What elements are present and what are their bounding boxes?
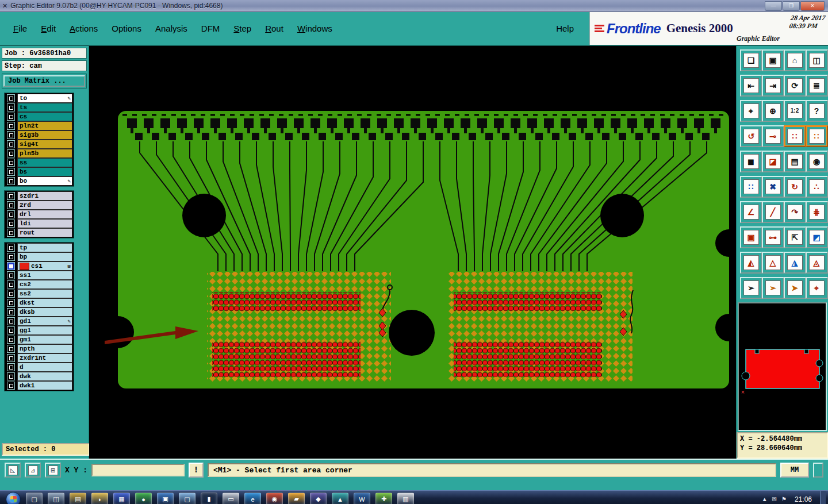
frame-clip-button[interactable]: ▣ <box>740 226 762 248</box>
xy-input[interactable] <box>91 464 185 476</box>
zoom-window-button[interactable]: ⊕ <box>762 100 784 122</box>
select-cursor-button[interactable]: ➢ <box>740 277 762 299</box>
triangle-angle-button[interactable]: ◬ <box>806 252 828 274</box>
save-screen-button[interactable]: ⌂ <box>784 49 806 71</box>
layer-checkbox[interactable] <box>7 382 15 390</box>
export-button[interactable]: ⇥ <box>762 75 784 97</box>
pinned-app-9-icon[interactable]: ▮ <box>201 493 217 504</box>
layer-checkbox[interactable] <box>7 280 15 288</box>
layer-row-gd1[interactable]: gd1✎ <box>5 317 73 326</box>
units-spinner[interactable] <box>813 463 823 478</box>
triangle-up-button[interactable]: △ <box>762 252 784 274</box>
layer-checkbox[interactable] <box>7 113 15 121</box>
layer-checkbox[interactable] <box>7 140 15 148</box>
layer-row-ss1[interactable]: ss1 <box>5 271 73 280</box>
job-matrix-button[interactable]: Job Matrix ... <box>3 75 85 87</box>
maximize-button[interactable]: ❐ <box>783 1 800 11</box>
menu-step[interactable]: Step <box>227 21 258 36</box>
dashed-line-button[interactable]: ⊶ <box>762 226 784 248</box>
layer-checkbox[interactable] <box>7 363 15 371</box>
layer-row-bp[interactable]: bp <box>5 252 73 261</box>
layer-checkbox[interactable] <box>7 308 15 316</box>
surface-cut-button[interactable]: ◪ <box>762 151 784 172</box>
measure-button[interactable]: ↺ <box>740 125 762 147</box>
probe-button[interactable]: ⊸ <box>762 125 784 147</box>
pinned-app-7-icon[interactable]: ▣ <box>157 493 174 504</box>
layer-row-dwk[interactable]: dwk <box>5 372 73 381</box>
menu-analysis[interactable]: Analysis <box>149 21 194 36</box>
grid-dots-1-button[interactable]: ∷ <box>784 125 806 147</box>
diagonal-line-button[interactable]: ╱ <box>762 201 784 223</box>
pinned-app-8-icon[interactable]: ▢ <box>179 493 195 504</box>
layer-row-ss[interactable]: ss <box>5 158 73 167</box>
pinned-app-11-icon[interactable]: e <box>244 493 261 504</box>
overview-panel[interactable]: × <box>738 302 827 431</box>
layer-stack-button[interactable]: ≣ <box>806 75 828 97</box>
ruler-button[interactable]: ▤ <box>784 151 806 172</box>
layer-checkbox[interactable] <box>7 103 15 111</box>
select-add-button[interactable]: ➣ <box>762 277 784 299</box>
pinned-app-4-icon[interactable]: ◗ <box>91 493 108 504</box>
display-window-button[interactable]: ▣ <box>762 49 784 71</box>
layer-checkbox[interactable] <box>7 253 15 261</box>
zoom-fit-button[interactable]: ⌖ <box>740 100 762 122</box>
delete-x-button[interactable]: ✖ <box>762 176 784 198</box>
layer-row-ss2[interactable]: ss2 <box>5 289 73 298</box>
layer-checkbox[interactable] <box>7 168 15 176</box>
layer-row-rout[interactable]: rout <box>5 228 73 237</box>
layer-checkbox[interactable] <box>7 201 15 209</box>
select-snap-button[interactable]: ⌖ <box>806 277 828 299</box>
pinned-app-15-icon[interactable]: ▲ <box>332 493 348 504</box>
layer-row-gg1[interactable]: gg1 <box>5 326 73 335</box>
layer-checkbox[interactable] <box>7 372 15 380</box>
taskbar-clock[interactable]: 21:06 <box>795 495 812 503</box>
layer-checkbox[interactable] <box>7 317 15 325</box>
units-button[interactable]: MM <box>780 463 809 478</box>
close-button[interactable]: ✕ <box>800 1 825 11</box>
layer-checkbox[interactable] <box>7 336 15 344</box>
surface-fill-button[interactable]: ◼ <box>740 151 762 172</box>
import-button[interactable]: ⇤ <box>740 75 762 97</box>
layer-row-szdr1[interactable]: szdr1 <box>5 191 73 201</box>
grid-dots-2-button[interactable]: ∷ <box>806 125 828 147</box>
layer-checkbox[interactable] <box>7 159 15 167</box>
net-dots-button[interactable]: ∷ <box>740 176 762 198</box>
mirror-button[interactable]: ⋕ <box>806 201 828 223</box>
layer-row-dwk1[interactable]: dwk1 <box>5 381 73 390</box>
tray-expand-icon[interactable]: ▲ <box>762 496 768 502</box>
grid-toggle-button[interactable]: ⊞ <box>45 463 61 478</box>
menu-rout[interactable]: Rout <box>259 21 290 36</box>
layer-checkbox[interactable] <box>7 177 15 185</box>
rotate-button[interactable]: ↻ <box>784 176 806 198</box>
layer-checkbox[interactable] <box>7 210 15 218</box>
zoom-1-2-button[interactable]: 1:2 <box>784 100 806 122</box>
layer-checkbox[interactable] <box>7 262 15 270</box>
redraw-button[interactable]: ⟳ <box>784 75 806 97</box>
layer-checkbox[interactable] <box>7 326 15 334</box>
layer-row-cs2[interactable]: cs2 <box>5 280 73 289</box>
layer-row-sig4t[interactable]: sig4t <box>5 140 73 149</box>
coord-mode-button[interactable]: ◺ <box>5 463 21 478</box>
layer-row-zxdr1nt[interactable]: zxdr1nt <box>5 353 73 363</box>
layer-row-cs1[interactable]: cs1⊞ <box>5 261 73 271</box>
triangle-left-button[interactable]: ◭ <box>740 252 762 274</box>
pcb-canvas[interactable] <box>89 46 736 459</box>
layer-checkbox[interactable] <box>7 131 15 139</box>
pad-circle-button[interactable]: ◉ <box>806 151 828 172</box>
pinned-app-1-icon[interactable]: ▢ <box>26 493 43 504</box>
layer-checkbox[interactable] <box>7 192 15 200</box>
title-bar[interactable]: ✕ Graphic Editor 9.07b2 (00@HY-HYCAM-PC0… <box>0 0 828 12</box>
layer-row-ts[interactable]: ts <box>5 103 73 112</box>
arc-tool-button[interactable]: ↷ <box>784 201 806 223</box>
pinned-app-14-icon[interactable]: ◆ <box>310 493 327 504</box>
overview-minimap[interactable]: × <box>740 332 826 397</box>
layer-checkbox[interactable] <box>7 229 15 237</box>
show-desktop-button[interactable] <box>820 491 826 504</box>
layer-row-sig3b[interactable]: sig3b <box>5 130 73 140</box>
layer-checkbox[interactable] <box>7 244 15 252</box>
layer-checkbox[interactable] <box>7 354 15 362</box>
pinned-app-17-icon[interactable]: ✚ <box>375 493 392 504</box>
menu-dfm[interactable]: DFM <box>195 21 227 36</box>
menu-help[interactable]: Help <box>550 21 580 36</box>
layer-row-to[interactable]: to✎ <box>5 94 73 103</box>
